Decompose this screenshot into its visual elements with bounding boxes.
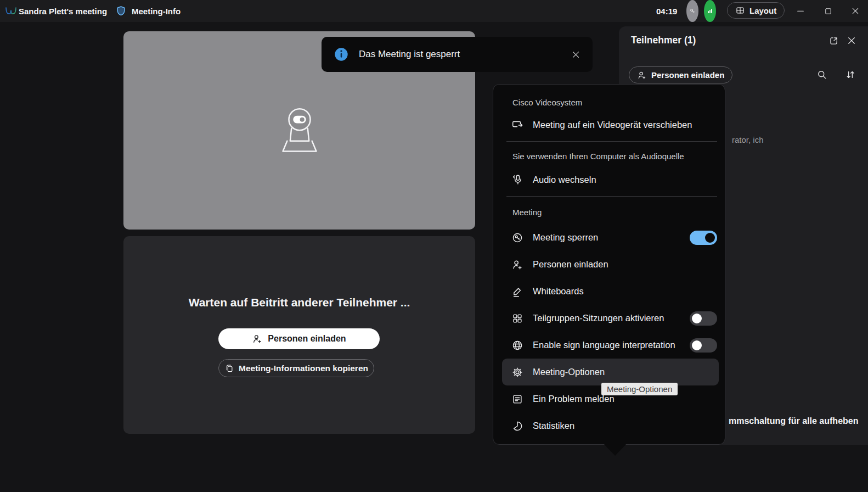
participants-panel-title: Teilnehmer (1) bbox=[631, 35, 696, 46]
waiting-message: Warten auf Beitritt anderer Teilnehmer .… bbox=[123, 296, 475, 309]
webcam-off-icon bbox=[272, 107, 327, 155]
menu-divider bbox=[493, 137, 725, 145]
webex-logo-icon bbox=[4, 0, 18, 22]
report-problem-icon bbox=[511, 393, 524, 405]
person-add-icon bbox=[511, 259, 524, 271]
meeting-options-tooltip: Meeting-Optionen bbox=[601, 383, 678, 395]
waiting-area: Warten auf Beitritt anderer Teilnehmer .… bbox=[123, 236, 475, 434]
popout-panel-icon[interactable] bbox=[828, 36, 839, 46]
menu-item-move-meeting-to-video-device[interactable]: Meeting auf ein Videogerät verschieben bbox=[493, 112, 725, 137]
menu-section-meeting: Meeting bbox=[493, 200, 725, 224]
layout-grid-icon bbox=[735, 5, 745, 15]
menu-item-label: Statistiken bbox=[533, 421, 574, 431]
close-panel-icon[interactable] bbox=[847, 36, 856, 46]
audio-switch-icon bbox=[511, 174, 524, 186]
panel-invite-label: Personen einladen bbox=[651, 70, 724, 80]
person-add-icon bbox=[252, 333, 263, 344]
menu-item-statistics[interactable]: Statistiken bbox=[493, 412, 725, 439]
invite-people-label: Personen einladen bbox=[268, 334, 346, 344]
menu-item-label: Enable sign language interpretation bbox=[533, 340, 675, 350]
meeting-info-button[interactable]: Meeting-Info bbox=[132, 0, 181, 22]
meeting-locked-toast: Das Meeting ist gesperrt bbox=[322, 37, 593, 72]
menu-section-audio-source: Sie verwenden Ihren Computer als Audioqu… bbox=[493, 145, 725, 167]
panel-invite-people-button[interactable]: Personen einladen bbox=[629, 66, 732, 83]
menu-item-switch-audio[interactable]: Audio wechseln bbox=[493, 167, 725, 192]
meeting-timer: 04:19 bbox=[656, 0, 677, 22]
menu-item-whiteboards[interactable]: Whiteboards bbox=[493, 278, 725, 305]
menu-pointer-tail bbox=[604, 444, 627, 456]
copy-meeting-info-button[interactable]: Meeting-Informationen kopieren bbox=[218, 359, 374, 377]
sign-language-toggle[interactable] bbox=[690, 338, 717, 353]
menu-item-label: Meeting-Optionen bbox=[533, 367, 605, 377]
control-bar: CC Stummschalten bbox=[0, 445, 868, 492]
menu-item-sign-language-interpretation[interactable]: Enable sign language interpretation bbox=[493, 332, 725, 359]
video-device-icon bbox=[511, 119, 524, 131]
maximize-button[interactable] bbox=[816, 0, 839, 22]
copy-icon bbox=[224, 364, 234, 373]
menu-item-enable-breakout-sessions[interactable]: Teilgruppen-Sitzungen aktivieren bbox=[493, 305, 725, 332]
lock-meeting-toggle[interactable] bbox=[690, 231, 717, 245]
lock-meeting-icon bbox=[511, 232, 524, 244]
layout-button[interactable]: Layout bbox=[727, 2, 785, 19]
webex-meeting-window: Sandra Plett's meeting Meeting-Info 04:1… bbox=[0, 0, 868, 492]
statistics-icon bbox=[511, 420, 524, 432]
menu-section-cisco-videosystem: Cisco Videosystem bbox=[493, 92, 725, 112]
menu-item-label: Audio wechseln bbox=[533, 175, 596, 185]
person-add-icon bbox=[637, 70, 647, 80]
shield-icon bbox=[115, 0, 127, 22]
info-icon bbox=[334, 47, 349, 62]
menu-item-label: Meeting auf ein Videogerät verschieben bbox=[533, 120, 692, 130]
meeting-locked-badge-icon bbox=[686, 0, 698, 22]
breakout-sessions-toggle[interactable] bbox=[690, 311, 717, 326]
toast-close-icon[interactable] bbox=[571, 50, 580, 59]
menu-divider bbox=[493, 192, 725, 200]
menu-item-invite-people[interactable]: Personen einladen bbox=[493, 251, 725, 278]
menu-item-label: Whiteboards bbox=[533, 286, 584, 297]
menu-item-lock-meeting[interactable]: Meeting sperren bbox=[493, 224, 725, 251]
menu-item-label: Personen einladen bbox=[533, 259, 608, 270]
toast-message: Das Meeting ist gesperrt bbox=[359, 49, 460, 60]
menu-item-meeting-options[interactable]: Meeting-Optionen bbox=[502, 359, 719, 385]
copy-meeting-info-label: Meeting-Informationen kopieren bbox=[239, 364, 368, 373]
search-icon[interactable] bbox=[816, 69, 827, 80]
unmute-all-button-partial[interactable]: mmschaltung für alle aufheben bbox=[729, 416, 858, 426]
breakout-sessions-icon bbox=[511, 312, 524, 325]
minimize-button[interactable] bbox=[789, 0, 812, 22]
layout-button-label: Layout bbox=[749, 6, 776, 15]
sort-icon[interactable] bbox=[845, 69, 856, 80]
participant-row-partial-text: rator, ich bbox=[732, 135, 764, 144]
connection-quality-icon bbox=[704, 0, 716, 22]
menu-item-label: Meeting sperren bbox=[533, 232, 598, 243]
invite-people-button[interactable]: Personen einladen bbox=[218, 328, 380, 349]
meeting-title: Sandra Plett's meeting bbox=[19, 0, 107, 22]
title-bar: Sandra Plett's meeting Meeting-Info 04:1… bbox=[0, 0, 868, 22]
gear-icon bbox=[511, 366, 524, 378]
globe-icon bbox=[511, 339, 524, 351]
menu-item-label: Teilgruppen-Sitzungen aktivieren bbox=[533, 313, 664, 323]
close-window-button[interactable] bbox=[844, 0, 867, 22]
pencil-icon bbox=[511, 286, 524, 298]
